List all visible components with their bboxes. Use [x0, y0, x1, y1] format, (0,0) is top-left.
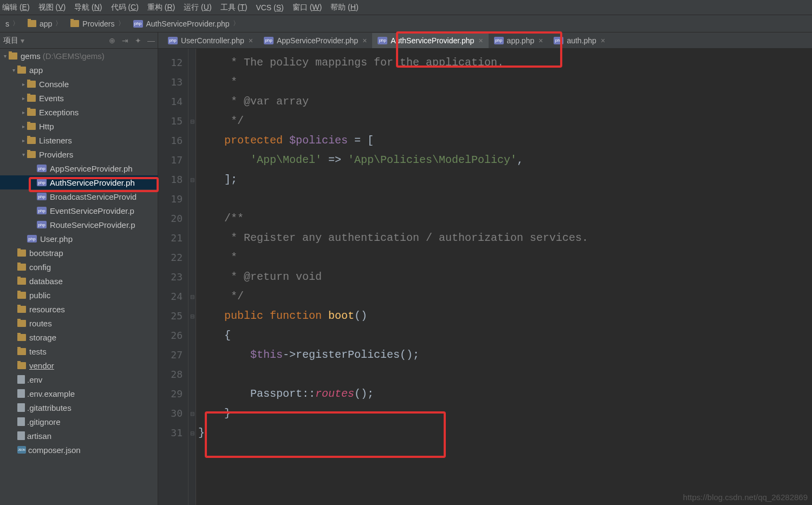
breadcrumb-item[interactable]: Providers〉 [66, 15, 128, 32]
expand-icon[interactable]: ▸ [20, 137, 27, 143]
code-line[interactable]: $this->registerPolicies(); [196, 345, 812, 365]
tree-row[interactable]: vendor [0, 358, 158, 372]
tree-row[interactable]: public [0, 288, 158, 302]
tree-row[interactable]: User.php [0, 232, 158, 246]
fold-marker[interactable]: ⊟ [189, 170, 196, 189]
tree-row[interactable]: resources [0, 302, 158, 316]
menu-item[interactable]: 窗口 (W) [293, 3, 322, 12]
editor-tab[interactable]: app.php× [489, 33, 549, 48]
tree-row[interactable]: ▾app [0, 63, 158, 77]
breadcrumb-item[interactable]: app〉 [23, 15, 66, 32]
menu-item[interactable]: 编辑 (E) [2, 3, 30, 12]
code-line[interactable]: ]; [196, 170, 812, 189]
expand-icon[interactable]: ▾ [1, 53, 9, 59]
project-tree[interactable]: ▾ gems (D:\GEMS\gems) ▾app▸Console▸Event… [0, 49, 158, 505]
code-line[interactable]: Passport::routes(); [196, 384, 812, 404]
expand-icon[interactable]: ▸ [20, 81, 27, 87]
fold-marker[interactable]: ⊟ [189, 423, 196, 443]
tree-row[interactable]: tests [0, 344, 158, 358]
tree-row[interactable]: database [0, 274, 158, 288]
code-line[interactable]: 'App\Model' => 'App\Policies\ModelPolicy… [196, 150, 812, 170]
tree-row[interactable]: bootstrap [0, 246, 158, 260]
expand-icon[interactable]: ▸ [20, 109, 27, 115]
collapse-all-icon[interactable]: ⇥ [119, 36, 132, 45]
tree-row[interactable]: .env.example [0, 386, 158, 401]
hide-panel-icon[interactable]: — [145, 36, 158, 45]
tree-row[interactable]: .env [0, 372, 158, 386]
menu-item[interactable]: 导航 (N) [74, 3, 102, 12]
close-icon[interactable]: × [601, 36, 605, 45]
menu-item[interactable]: 帮助 (H) [330, 3, 358, 12]
expand-icon[interactable]: ▸ [20, 123, 27, 129]
tree-row[interactable]: .gitignore [0, 415, 158, 429]
tree-row[interactable]: ▸Console [0, 77, 158, 91]
code-line[interactable]: */ [196, 287, 812, 306]
menu-item[interactable]: 工具 (T) [220, 3, 248, 12]
fold-marker[interactable]: ⊟ [189, 112, 196, 131]
close-icon[interactable]: × [478, 36, 483, 45]
scroll-to-source-icon[interactable]: ⊕ [106, 36, 119, 45]
code-line[interactable]: /** [196, 209, 812, 228]
code-line[interactable]: { [196, 326, 812, 345]
menu-item[interactable]: 重构 (R) [147, 3, 175, 12]
code-line[interactable]: protected $policies = [ [196, 131, 812, 150]
tree-root[interactable]: ▾ gems (D:\GEMS\gems) [0, 49, 158, 63]
tree-row[interactable]: ▸Exceptions [0, 105, 158, 119]
tree-row[interactable]: BroadcastServiceProvid [0, 189, 158, 204]
expand-icon[interactable]: ▾ [10, 67, 17, 73]
code-line[interactable] [196, 365, 812, 384]
editor-tab[interactable]: AuthServiceProvider.php× [372, 33, 488, 48]
fold-marker [189, 92, 196, 112]
close-icon[interactable]: × [538, 36, 543, 45]
menu-item[interactable]: VCS (S) [256, 3, 283, 12]
tree-row[interactable]: EventServiceProvider.p [0, 204, 158, 218]
menu-item[interactable]: 运行 (U) [184, 3, 211, 12]
breadcrumb-item[interactable]: s〉 [1, 15, 23, 32]
breadcrumb-item[interactable]: AuthServiceProvider.php〉 [129, 15, 244, 32]
tree-row[interactable]: ▸Events [0, 91, 158, 105]
menu-item[interactable]: 视图 (V) [38, 3, 66, 12]
tree-row[interactable]: routes [0, 316, 158, 330]
editor-tab[interactable]: auth.php× [548, 33, 610, 48]
folder-icon [17, 67, 26, 74]
fold-marker [189, 228, 196, 248]
tree-row[interactable]: composer.json [0, 443, 158, 457]
code-line[interactable]: * The policy mappings for the applicatio… [196, 53, 812, 73]
code-line[interactable]: public function boot() [196, 306, 812, 326]
close-icon[interactable]: × [249, 36, 253, 45]
code-editor[interactable]: 1213141516171819202122232425262728293031… [158, 49, 812, 505]
tree-row[interactable]: artisan [0, 429, 158, 443]
code-line[interactable]: * [196, 248, 812, 267]
tree-row[interactable]: ▸Http [0, 119, 158, 133]
close-icon[interactable]: × [362, 36, 367, 45]
menu-item[interactable]: 代码 (C) [111, 3, 139, 12]
fold-gutter[interactable]: ⊟⊟⊟⊟⊟⊟ [189, 49, 196, 505]
code-line[interactable]: * Register any authentication / authoriz… [196, 228, 812, 248]
code-line[interactable]: } [196, 404, 812, 423]
tree-row[interactable]: ▸Listeners [0, 133, 158, 147]
code-line[interactable] [196, 189, 812, 209]
code-line[interactable]: } [196, 423, 812, 443]
code-content[interactable]: * The policy mappings for the applicatio… [196, 49, 812, 505]
tree-row[interactable]: storage [0, 330, 158, 344]
tree-row[interactable]: RouteServiceProvider.p [0, 218, 158, 232]
expand-icon[interactable]: ▾ [20, 152, 27, 158]
code-line[interactable]: */ [196, 112, 812, 131]
fold-marker[interactable]: ⊟ [189, 306, 196, 326]
tree-row[interactable]: AuthServiceProvider.ph [0, 175, 158, 189]
fold-marker[interactable]: ⊟ [189, 404, 196, 423]
fold-marker[interactable]: ⊟ [189, 287, 196, 306]
code-line[interactable]: * @var array [196, 92, 812, 112]
file-icon [17, 403, 25, 412]
code-line[interactable]: * @return void [196, 267, 812, 287]
code-line[interactable]: * [196, 73, 812, 92]
tree-row[interactable]: .gitattributes [0, 401, 158, 415]
tree-row[interactable]: config [0, 260, 158, 274]
editor-tab[interactable]: AppServiceProvider.php× [258, 33, 372, 48]
tree-row[interactable]: AppServiceProvider.ph [0, 161, 158, 175]
gear-icon[interactable]: ✦ [132, 36, 145, 45]
editor-tab[interactable]: UserController.php× [163, 33, 258, 48]
tree-row[interactable]: ▾Providers [0, 147, 158, 161]
dropdown-icon[interactable]: ▾ [21, 36, 24, 45]
expand-icon[interactable]: ▸ [20, 95, 27, 101]
